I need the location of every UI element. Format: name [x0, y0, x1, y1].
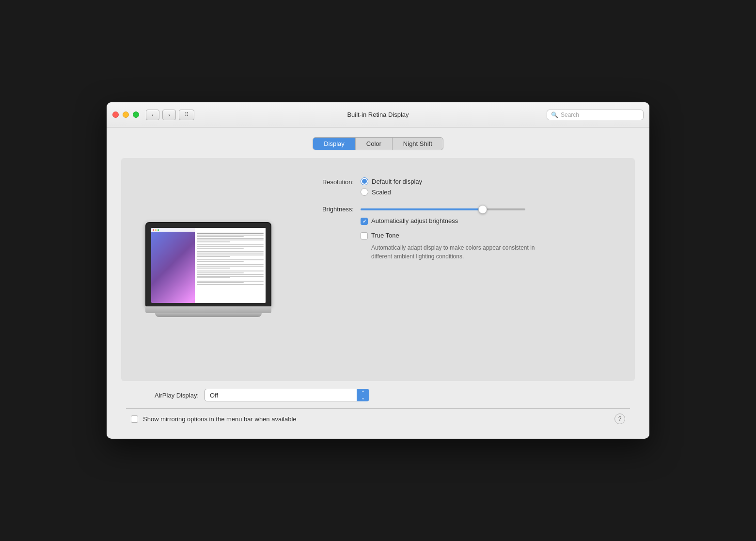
laptop-screen	[151, 228, 266, 303]
brightness-slider-fill	[361, 208, 484, 210]
radio-default-circle[interactable]	[361, 177, 368, 185]
tab-night-shift[interactable]: Night Shift	[393, 138, 443, 150]
bottom-section: AirPlay Display: Off On ⌃⌄ Show mirrorin…	[121, 389, 635, 429]
forward-icon: ›	[168, 112, 170, 118]
screen-line	[197, 236, 244, 237]
true-tone-option[interactable]: True Tone	[361, 232, 536, 239]
help-button[interactable]: ?	[614, 414, 625, 424]
true-tone-description: Automatically adapt display to make colo…	[371, 243, 536, 261]
close-button[interactable]	[112, 111, 119, 118]
laptop-base	[145, 306, 271, 313]
screen-line	[197, 248, 244, 249]
screen-line	[197, 282, 244, 283]
screen-line	[197, 281, 264, 282]
search-bar: 🔍	[547, 110, 644, 120]
radio-scaled-label: Scaled	[372, 189, 391, 196]
screen-content	[195, 228, 266, 303]
airplay-select-container: Off On ⌃⌄	[205, 389, 369, 401]
screen-line	[197, 268, 230, 269]
screen-dot-yellow	[155, 229, 157, 231]
screen-dot-red	[153, 229, 154, 231]
screen-line	[197, 277, 230, 278]
screen-line	[197, 261, 244, 262]
laptop-area	[136, 173, 281, 366]
screen-line	[197, 270, 264, 271]
tab-group: Display Color Night Shift	[313, 137, 443, 150]
screen-line	[197, 274, 264, 275]
screen-line	[197, 239, 264, 240]
system-preferences-window: ‹ › ⠿ Built-in Retina Display 🔍 Display …	[107, 102, 649, 439]
minimize-button[interactable]	[123, 111, 129, 118]
screen-line	[197, 284, 264, 285]
brightness-label: Brightness:	[300, 205, 354, 213]
airplay-row: AirPlay Display: Off On ⌃⌄	[126, 389, 630, 401]
brightness-slider-thumb[interactable]	[478, 205, 487, 214]
radio-scaled[interactable]: Scaled	[361, 188, 422, 196]
tab-bar: Display Color Night Shift	[121, 137, 635, 150]
search-icon: 🔍	[551, 111, 558, 118]
laptop-illustration	[145, 222, 271, 317]
screen-line	[197, 256, 230, 257]
screen-line	[197, 238, 264, 239]
mirroring-label: Show mirroring options in the menu bar w…	[143, 415, 297, 423]
screen-line	[197, 253, 264, 254]
true-tone-label: True Tone	[371, 232, 399, 239]
mirroring-checkbox[interactable]	[131, 415, 138, 423]
resolution-row: Resolution: Default for display Scaled	[300, 177, 620, 196]
true-tone-section: True Tone Automatically adapt display to…	[361, 232, 536, 261]
traffic-lights	[112, 111, 139, 118]
auto-brightness-label: Automatically adjust brightness	[371, 217, 458, 224]
laptop-screen-outer	[145, 222, 271, 307]
screen-line	[197, 264, 264, 265]
settings-area: Resolution: Default for display Scaled	[300, 173, 620, 366]
laptop-bottom	[155, 313, 262, 317]
screen-line	[197, 233, 264, 234]
grid-button[interactable]: ⠿	[179, 110, 194, 120]
auto-brightness-option[interactable]: Automatically adjust brightness	[361, 217, 536, 225]
nav-buttons: ‹ ›	[146, 110, 176, 120]
screen-line	[197, 272, 244, 273]
tab-color[interactable]: Color	[356, 138, 393, 150]
resolution-controls: Default for display Scaled	[361, 177, 422, 196]
window-title: Built-in Retina Display	[347, 111, 409, 118]
screen-line	[197, 246, 264, 247]
screen-line	[197, 255, 264, 255]
airplay-label: AirPlay Display:	[131, 392, 199, 399]
screen-line	[197, 251, 264, 252]
screen-line	[197, 266, 264, 267]
brightness-slider-track	[361, 208, 525, 210]
screen-line	[197, 241, 230, 242]
radio-scaled-circle[interactable]	[361, 188, 368, 196]
main-panel: Resolution: Default for display Scaled	[121, 158, 635, 381]
grid-icon: ⠿	[185, 111, 189, 118]
tab-display[interactable]: Display	[313, 138, 356, 150]
radio-default-label: Default for display	[372, 178, 422, 185]
brightness-controls: Automatically adjust brightness True Ton…	[361, 205, 536, 261]
screen-line	[197, 276, 264, 277]
screen-line	[197, 235, 264, 236]
back-icon: ‹	[152, 112, 154, 118]
resolution-label: Resolution:	[300, 177, 354, 186]
airplay-select[interactable]: Off On	[205, 389, 369, 401]
titlebar: ‹ › ⠿ Built-in Retina Display 🔍	[107, 102, 649, 127]
brightness-slider-container	[361, 205, 525, 214]
true-tone-checkbox[interactable]	[361, 232, 368, 239]
screen-line	[197, 259, 264, 260]
maximize-button[interactable]	[133, 111, 139, 118]
mirroring-row: Show mirroring options in the menu bar w…	[126, 408, 630, 429]
back-button[interactable]: ‹	[146, 110, 159, 120]
brightness-row: Brightness: Automatically adjust brightn…	[300, 205, 620, 261]
forward-button[interactable]: ›	[162, 110, 176, 120]
screen-line	[197, 244, 264, 245]
content-area: Display Color Night Shift	[107, 127, 649, 439]
auto-brightness-checkbox[interactable]	[361, 218, 368, 225]
screen-dot-green	[158, 229, 159, 231]
search-input[interactable]	[561, 111, 639, 118]
radio-default[interactable]: Default for display	[361, 177, 422, 185]
